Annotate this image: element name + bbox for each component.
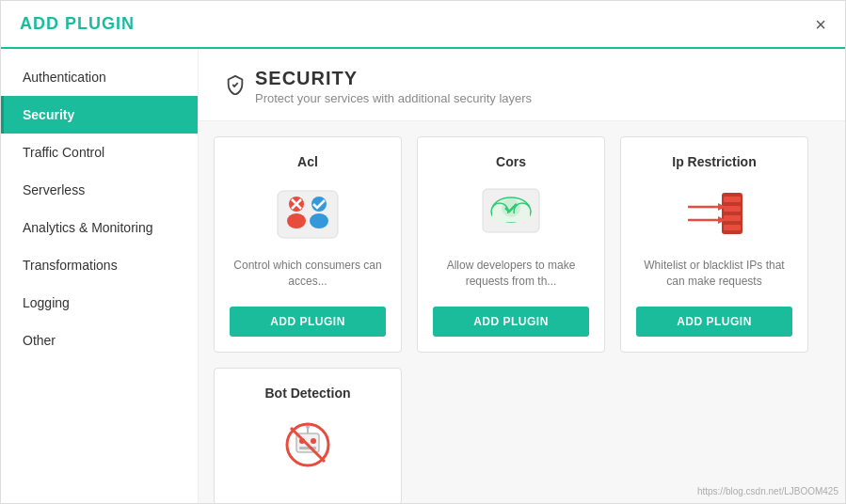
- plugin-card-ip-restriction: Ip Restriction: [620, 136, 808, 353]
- sidebar-item-serverless[interactable]: Serverless: [1, 171, 198, 209]
- content-area: SECURITY Protect your services with addi…: [199, 49, 845, 503]
- add-plugin-button-cors[interactable]: ADD PLUGIN: [433, 307, 589, 337]
- sidebar-item-analytics[interactable]: Analytics & Monitoring: [1, 209, 198, 246]
- ip-restriction-icon: [677, 181, 752, 246]
- plugin-name-cors: Cors: [496, 154, 526, 169]
- cors-icon: [473, 181, 549, 246]
- add-plugin-button-acl[interactable]: ADD PLUGIN: [230, 307, 386, 337]
- modal-body: Authentication Security Traffic Control …: [1, 49, 845, 503]
- section-subtitle: Protect your services with additional se…: [255, 91, 532, 105]
- svg-point-6: [310, 213, 328, 228]
- sidebar-item-security[interactable]: Security: [1, 96, 198, 134]
- watermark: https://blog.csdn.net/LJBOOM425: [697, 486, 838, 496]
- plugin-name-ip-restriction: Ip Restriction: [672, 154, 756, 169]
- plugin-card-cors: Cors Al: [417, 136, 605, 353]
- close-button[interactable]: ×: [815, 15, 826, 34]
- plugin-desc-cors: Allow developers to make requests from t…: [433, 258, 589, 291]
- sidebar: Authentication Security Traffic Control …: [1, 49, 199, 503]
- plugin-name-acl: Acl: [297, 154, 318, 169]
- modal-title: ADD PLUGIN: [20, 14, 135, 34]
- section-header: SECURITY Protect your services with addi…: [199, 49, 845, 121]
- acl-icon: [270, 181, 345, 246]
- shield-icon: [225, 74, 246, 100]
- sidebar-item-authentication[interactable]: Authentication: [1, 58, 198, 96]
- svg-rect-0: [278, 191, 338, 238]
- sidebar-item-other[interactable]: Other: [1, 322, 198, 359]
- svg-point-28: [306, 425, 310, 429]
- plugin-desc-acl: Control which consumers can acces...: [230, 258, 386, 291]
- svg-point-25: [311, 438, 316, 444]
- modal-header: ADD PLUGIN ×: [1, 1, 845, 49]
- plugin-card-bot-detection: Bot Detection: [214, 368, 402, 503]
- svg-rect-14: [724, 197, 741, 202]
- svg-rect-15: [724, 206, 741, 212]
- plugin-desc-ip-restriction: Whitelist or blacklist IPs that can make…: [636, 258, 792, 291]
- plugins-grid: Acl: [199, 136, 845, 503]
- plugin-name-bot-detection: Bot Detection: [265, 386, 351, 401]
- sidebar-item-transformations[interactable]: Transformations: [1, 246, 198, 284]
- sidebar-item-logging[interactable]: Logging: [1, 284, 198, 322]
- svg-point-2: [287, 213, 306, 228]
- svg-rect-17: [724, 225, 741, 230]
- section-title: SECURITY: [255, 68, 532, 89]
- sidebar-item-traffic-control[interactable]: Traffic Control: [1, 134, 198, 171]
- plugin-card-acl: Acl: [214, 136, 402, 353]
- bot-detection-icon: [270, 412, 345, 478]
- add-plugin-modal: ADD PLUGIN × Authentication Security Tra…: [0, 0, 846, 504]
- add-plugin-button-ip-restriction[interactable]: ADD PLUGIN: [636, 307, 792, 337]
- svg-point-12: [502, 198, 520, 217]
- svg-rect-16: [724, 215, 741, 221]
